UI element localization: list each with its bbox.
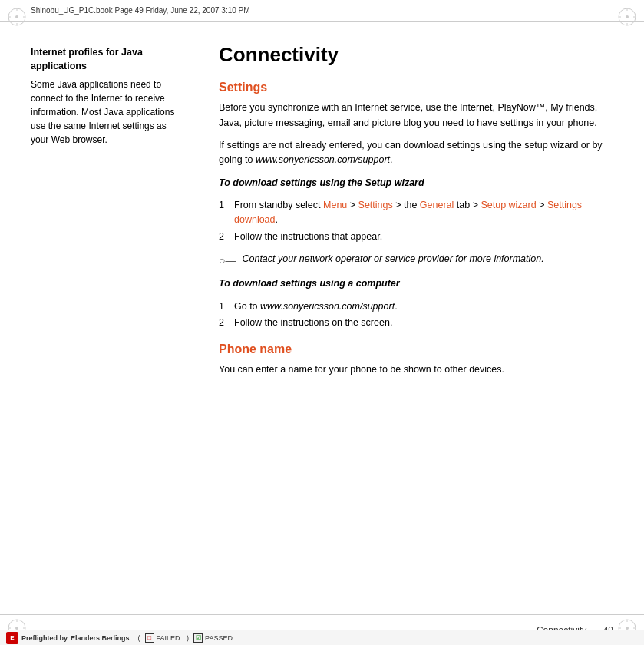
tip-icon: ○— bbox=[219, 253, 236, 269]
comp-step-1: 1 Go to www.sonyericsson.com/support. bbox=[219, 299, 606, 314]
settings-para-2: If settings are not already entered, you… bbox=[219, 138, 606, 168]
sidebar-text: Some Java applications need to connect t… bbox=[31, 78, 181, 147]
phonename-text: You can enter a name for your phone to b… bbox=[219, 362, 606, 377]
failed-label: FAILED bbox=[157, 634, 180, 642]
step-2: 2 Follow the instructions that appear. bbox=[219, 230, 606, 244]
computer-steps: 1 Go to www.sonyericsson.com/support. 2 … bbox=[219, 299, 606, 331]
preflight-bar: E Preflighted by Elanders Berlings ( □ F… bbox=[0, 630, 644, 645]
passed-badge: ☑ PASSED bbox=[193, 633, 233, 643]
elanders-logo-icon: E bbox=[6, 632, 18, 644]
subsection-title-computer: To download settings using a computer bbox=[219, 276, 606, 291]
failed-badge: □ FAILED bbox=[145, 633, 180, 643]
section-title-settings: Settings bbox=[219, 81, 606, 94]
subsection-title-setup: To download settings using the Setup wiz… bbox=[219, 176, 606, 190]
preflight-separator2: ) bbox=[185, 634, 190, 642]
preflight-label: Preflighted by bbox=[21, 634, 68, 642]
header-bar: Shinobu_UG_P1C.book Page 49 Friday, June… bbox=[0, 0, 644, 22]
sidebar-title: Internet profiles for Java applications bbox=[31, 46, 181, 73]
main-title: Connectivity bbox=[219, 43, 606, 67]
left-column: Internet profiles for Java applications … bbox=[31, 22, 200, 614]
preflight-company: Elanders Berlings bbox=[71, 634, 130, 642]
fail-checkbox: □ bbox=[145, 633, 154, 643]
header-text: Shinobu_UG_P1C.book Page 49 Friday, June… bbox=[31, 6, 250, 15]
tip-box: ○— Contact your network operator or serv… bbox=[219, 252, 606, 269]
comp-step-2: 2 Follow the instructions on the screen. bbox=[219, 316, 606, 330]
right-column: Connectivity Settings Before you synchro… bbox=[200, 22, 613, 614]
settings-para-1: Before you synchronize with an Internet … bbox=[219, 101, 606, 131]
preflight-logo: E Preflighted by Elanders Berlings bbox=[6, 632, 130, 644]
tip-text: Contact your network operator or service… bbox=[242, 252, 543, 266]
preflight-separator: ( bbox=[134, 634, 140, 642]
setup-wizard-steps: 1 From standby select Menu > Settings > … bbox=[219, 198, 606, 244]
passed-label: PASSED bbox=[205, 634, 233, 642]
section-title-phonename: Phone name bbox=[219, 342, 606, 356]
pass-checkbox: ☑ bbox=[193, 633, 203, 643]
content-area: Internet profiles for Java applications … bbox=[31, 22, 613, 614]
step-1: 1 From standby select Menu > Settings > … bbox=[219, 198, 606, 228]
